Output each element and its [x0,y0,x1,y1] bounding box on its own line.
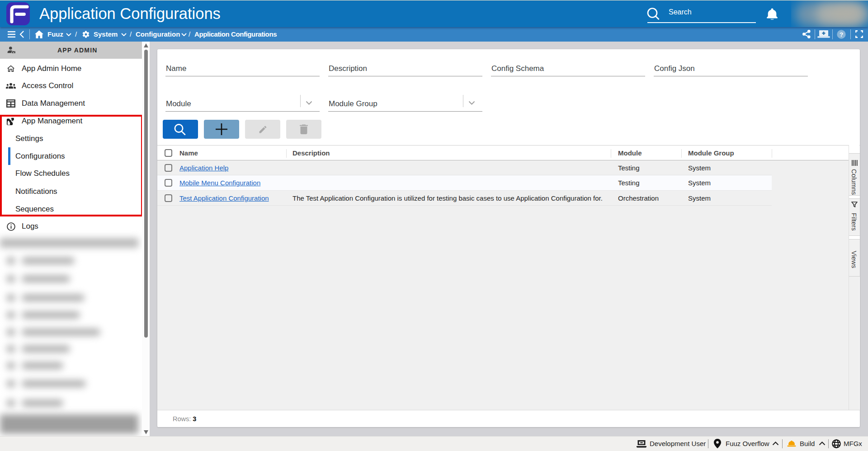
svg-text:?: ? [840,31,843,38]
